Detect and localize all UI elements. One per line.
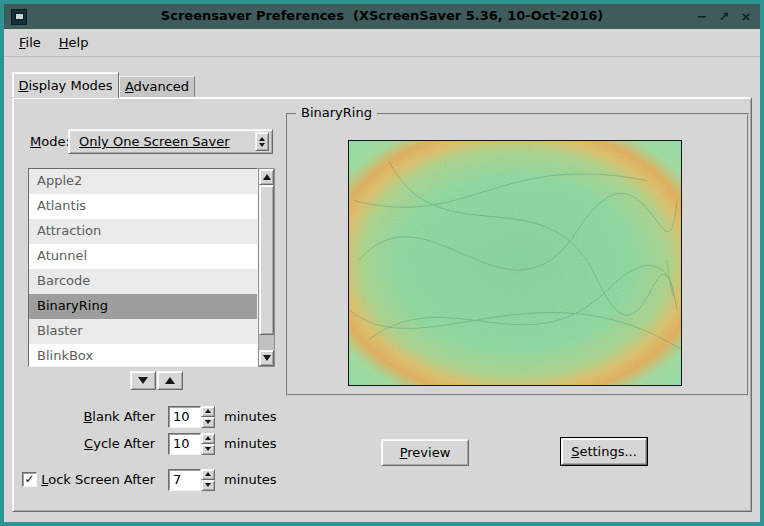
lock-after-unit: minutes [224, 472, 277, 487]
cycle-after-input[interactable]: 10 [168, 433, 201, 455]
dropdown-stepper-icon [255, 132, 269, 151]
cycle-after-label: Cycle After [13, 436, 155, 451]
blank-after-spin-up-button[interactable] [201, 406, 215, 417]
lock-after-spinner: 7 [168, 469, 215, 491]
lock-after-steppers [201, 469, 215, 491]
scroll-down-arrow-icon [263, 355, 271, 361]
settings-button[interactable]: Settings... [561, 438, 647, 465]
screensaver-preview-image [348, 140, 682, 386]
saver-list-row[interactable]: BlinkBox [29, 344, 257, 367]
preview-button[interactable]: Preview [381, 439, 469, 466]
cycle-after-spin-up-button[interactable] [201, 433, 215, 444]
window-icon[interactable] [11, 9, 27, 25]
blank-after-spin-down-button[interactable] [201, 417, 215, 428]
move-up-arrow-icon [165, 377, 175, 384]
dropdown-up-arrow-icon [259, 137, 265, 141]
saver-list-scrollbar[interactable] [258, 168, 275, 367]
minimize-icon: − [697, 9, 708, 24]
blank-after-steppers [201, 406, 215, 428]
blank-after-row: Blank After 10 minutes [13, 405, 277, 428]
cycle-after-unit: minutes [224, 436, 277, 451]
blank-after-unit: minutes [224, 409, 277, 424]
move-down-arrow-icon [138, 377, 148, 384]
window-title: Screensaver Preferences (XScreenSaver 5.… [4, 8, 760, 23]
spin-up-icon [205, 472, 211, 476]
maximize-icon: ↗ [719, 9, 730, 24]
scroll-up-arrow-icon [263, 174, 271, 180]
lock-after-spin-up-button[interactable] [201, 469, 215, 480]
move-up-button[interactable] [157, 371, 183, 390]
saver-list[interactable]: Apple2 Atlantis Attraction Atunnel Barco… [28, 168, 258, 367]
blank-after-input[interactable]: 10 [168, 406, 201, 428]
close-icon: × [741, 9, 752, 24]
tab-display-modes[interactable]: Display Modes [12, 72, 119, 98]
close-button[interactable]: × [736, 7, 756, 26]
lock-screen-checkbox[interactable]: ✓ [22, 472, 37, 487]
scroll-up-button[interactable] [259, 169, 274, 185]
mode-select-value: Only One Screen Saver [69, 134, 255, 149]
menu-help[interactable]: Help [50, 31, 98, 54]
saver-list-row[interactable]: Apple2 [29, 169, 257, 194]
move-down-button[interactable] [130, 371, 156, 390]
preview-frame-title: BinaryRing [296, 105, 377, 121]
saver-list-row[interactable]: Atlantis [29, 194, 257, 219]
spin-down-icon [205, 420, 211, 424]
maximize-button[interactable]: ↗ [714, 7, 734, 26]
spin-up-icon [205, 409, 211, 413]
window-icon-glyph [15, 13, 24, 20]
lock-after-row: ✓ Lock Screen After 7 minutes [13, 468, 277, 491]
titlebar[interactable]: Screensaver Preferences (XScreenSaver 5.… [4, 4, 760, 29]
saver-list-row[interactable]: Barcode [29, 269, 257, 294]
blank-after-spinner: 10 [168, 406, 215, 428]
cycle-after-steppers [201, 433, 215, 455]
saver-list-row[interactable]: Atunnel [29, 244, 257, 269]
lock-after-spin-down-button[interactable] [201, 480, 215, 491]
lock-after-label: Lock Screen After [37, 472, 155, 487]
menubar: File Help [4, 29, 760, 57]
mode-select[interactable]: Only One Screen Saver [68, 129, 273, 154]
checkmark-icon: ✓ [24, 473, 34, 486]
tab-advanced[interactable]: Advanced [119, 76, 195, 97]
scrollbar-thumb[interactable] [259, 185, 274, 335]
saver-list-row[interactable]: BinaryRing [29, 294, 257, 319]
saver-list-row[interactable]: Blaster [29, 319, 257, 344]
dropdown-down-arrow-icon [259, 143, 265, 147]
saver-list-row[interactable]: Attraction [29, 219, 257, 244]
cycle-after-spinner: 10 [168, 433, 215, 455]
window-controls: − ↗ × [690, 4, 756, 29]
scroll-down-button[interactable] [259, 350, 274, 366]
menu-file[interactable]: File [10, 31, 50, 54]
cycle-after-row: Cycle After 10 minutes [13, 432, 277, 455]
settings-button-label: Settings... [571, 444, 637, 459]
spin-down-icon [205, 483, 211, 487]
spin-down-icon [205, 447, 211, 451]
mode-label: Mode: [30, 129, 70, 154]
preview-button-label: Preview [400, 445, 451, 460]
blank-after-label: Blank After [13, 409, 155, 424]
preview-frame: BinaryRing [286, 113, 749, 396]
lock-after-input[interactable]: 7 [168, 469, 201, 491]
display-modes-panel: Mode: Only One Screen Saver Apple2 Atlan… [12, 97, 752, 512]
cycle-after-spin-down-button[interactable] [201, 444, 215, 455]
xscreensaver-preferences-window: Screensaver Preferences (XScreenSaver 5.… [0, 0, 764, 526]
main-content: Display Modes Advanced Mode: Only One Sc… [4, 57, 760, 518]
minimize-button[interactable]: − [692, 7, 712, 26]
spin-up-icon [205, 436, 211, 440]
